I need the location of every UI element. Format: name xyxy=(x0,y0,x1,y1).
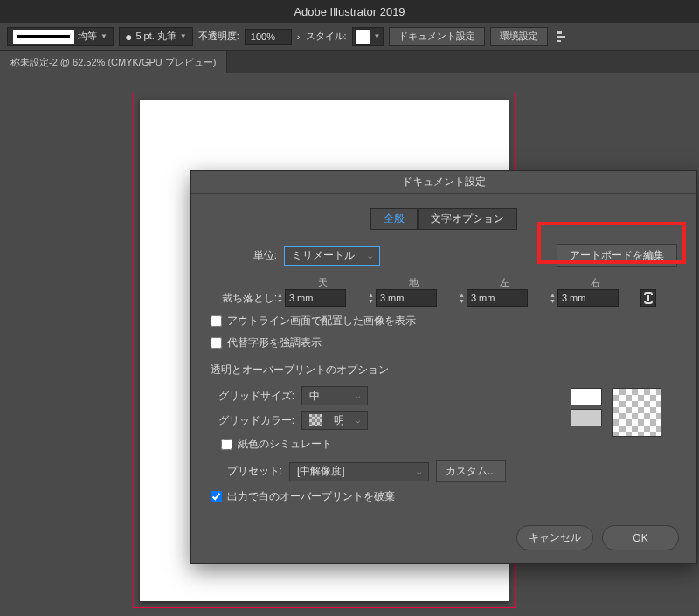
checker-swatch-icon xyxy=(309,414,322,426)
doc-setup-button[interactable]: ドキュメント設定 xyxy=(389,27,485,46)
discard-white-op-label: 出力で白のオーバープリントを破棄 xyxy=(227,489,395,504)
bleed-right-field[interactable]: ▲▼ xyxy=(550,289,640,307)
app-title-bar: Adobe Illustrator 2019 xyxy=(0,0,699,23)
units-label: 単位: xyxy=(211,248,277,263)
grid-color-swatch-light[interactable] xyxy=(571,388,602,405)
cancel-button[interactable]: キャンセル xyxy=(516,525,593,550)
dialog-title-bar[interactable]: ドキュメント設定 xyxy=(191,171,696,194)
tab-general[interactable]: 全般 xyxy=(370,208,418,230)
options-bar: 均等 ▼ ● 5 pt. 丸筆 ▼ 不透明度: › スタイル: ▼ ドキュメント… xyxy=(0,23,699,51)
stepper-icon[interactable]: ▲▼ xyxy=(459,292,465,304)
chevron-down-icon: ▼ xyxy=(180,32,187,40)
transparency-grid-preview xyxy=(612,388,661,437)
chevron-down-icon: ⌵ xyxy=(368,252,372,260)
bleed-top-input[interactable] xyxy=(285,289,346,307)
brush-label: 5 pt. 丸筆 xyxy=(135,30,176,43)
highlight-glyphs-checkbox[interactable] xyxy=(211,337,222,349)
app-title: Adobe Illustrator 2019 xyxy=(294,5,405,18)
prefs-button[interactable]: 環境設定 xyxy=(490,27,548,46)
units-value: ミリメートル xyxy=(292,248,355,263)
bleed-right-input[interactable] xyxy=(557,289,619,307)
simulate-paper-label: 紙色のシミュレート xyxy=(238,437,332,452)
chevron-down-icon: ⌵ xyxy=(356,391,360,400)
preset-select[interactable]: [中解像度] ⌵ xyxy=(289,462,429,481)
grid-color-value: 明 xyxy=(334,413,344,428)
style-label: スタイル: xyxy=(306,30,347,43)
doc-tabs: 称未設定-2 @ 62.52% (CMYK/GPU プレビュー) xyxy=(0,51,699,73)
show-outline-images-checkbox[interactable] xyxy=(211,315,222,327)
dialog-title: ドキュメント設定 xyxy=(402,175,486,190)
grid-size-value: 中 xyxy=(309,389,320,404)
chevron-down-icon: ⌵ xyxy=(417,467,421,476)
chevron-down-icon: ▼ xyxy=(100,32,107,40)
bleed-label: 裁ち落とし: xyxy=(211,291,277,306)
transparency-heading: 透明とオーバープリントのオプション xyxy=(211,363,677,377)
chevron-down-icon: ⌵ xyxy=(356,416,360,425)
chevron-down-icon: ▼ xyxy=(374,32,381,40)
discard-white-op-checkbox[interactable] xyxy=(211,491,222,502)
transparency-preview xyxy=(571,388,661,437)
doc-tab-label: 称未設定-2 @ 62.52% (CMYK/GPU プレビュー) xyxy=(10,57,216,67)
preset-value: [中解像度] xyxy=(297,464,345,479)
ok-button[interactable]: OK xyxy=(602,525,679,550)
stepper-icon[interactable]: ▲▼ xyxy=(550,292,556,304)
stepper-icon[interactable]: ▲▼ xyxy=(368,292,374,304)
grid-color-label: グリッドカラー: xyxy=(211,413,294,428)
stroke-style-dropdown[interactable]: 均等 ▼ xyxy=(7,27,114,46)
dialog-tabs: 全般 文字オプション xyxy=(211,208,677,230)
bleed-bottom-input[interactable] xyxy=(376,289,437,307)
doc-tab[interactable]: 称未設定-2 @ 62.52% (CMYK/GPU プレビュー) xyxy=(0,51,227,73)
bleed-left-input[interactable] xyxy=(467,289,528,307)
units-select[interactable]: ミリメートル ⌵ xyxy=(284,246,380,266)
bleed-left-label: 左 xyxy=(459,276,550,289)
style-dropdown[interactable]: ▼ xyxy=(352,27,384,46)
chevron-right-icon[interactable]: › xyxy=(297,31,301,42)
stroke-style-label: 均等 xyxy=(78,30,97,43)
simulate-paper-checkbox[interactable] xyxy=(221,439,232,450)
stepper-icon[interactable]: ▲▼ xyxy=(277,292,283,304)
bleed-left-field[interactable]: ▲▼ xyxy=(459,289,550,307)
bleed-right-label: 右 xyxy=(550,276,640,289)
preset-label: プリセット: xyxy=(211,464,282,479)
highlight-glyphs-label: 代替字形を強調表示 xyxy=(227,336,322,350)
bleed-bottom-field[interactable]: ▲▼ xyxy=(368,289,459,307)
tab-type[interactable]: 文字オプション xyxy=(418,208,517,230)
edit-artboards-button[interactable]: アートボードを編集 xyxy=(557,244,677,267)
custom-preset-button[interactable]: カスタム... xyxy=(436,460,506,482)
style-swatch xyxy=(355,29,370,45)
dot-icon: ● xyxy=(125,30,132,44)
align-icon[interactable] xyxy=(553,27,572,46)
bleed-top-field[interactable]: ▲▼ xyxy=(277,289,368,307)
opacity-label: 不透明度: xyxy=(198,30,239,43)
bleed-top-label: 天 xyxy=(277,276,368,289)
opacity-input[interactable] xyxy=(245,29,292,45)
grid-size-select[interactable]: 中 ⌵ xyxy=(301,386,368,405)
grid-size-label: グリッドサイズ: xyxy=(211,389,294,404)
document-setup-dialog: ドキュメント設定 全般 文字オプション 単位: ミリメートル ⌵ アートボードを… xyxy=(190,170,697,564)
link-bleed-icon[interactable] xyxy=(640,289,656,307)
grid-color-swatch-dark[interactable] xyxy=(571,409,602,426)
bleed-bottom-label: 地 xyxy=(368,276,459,289)
show-outline-images-label: アウトライン画面で配置した画像を表示 xyxy=(227,314,416,329)
grid-color-select[interactable]: 明 ⌵ xyxy=(301,411,368,430)
brush-dropdown[interactable]: ● 5 pt. 丸筆 ▼ xyxy=(119,27,193,46)
